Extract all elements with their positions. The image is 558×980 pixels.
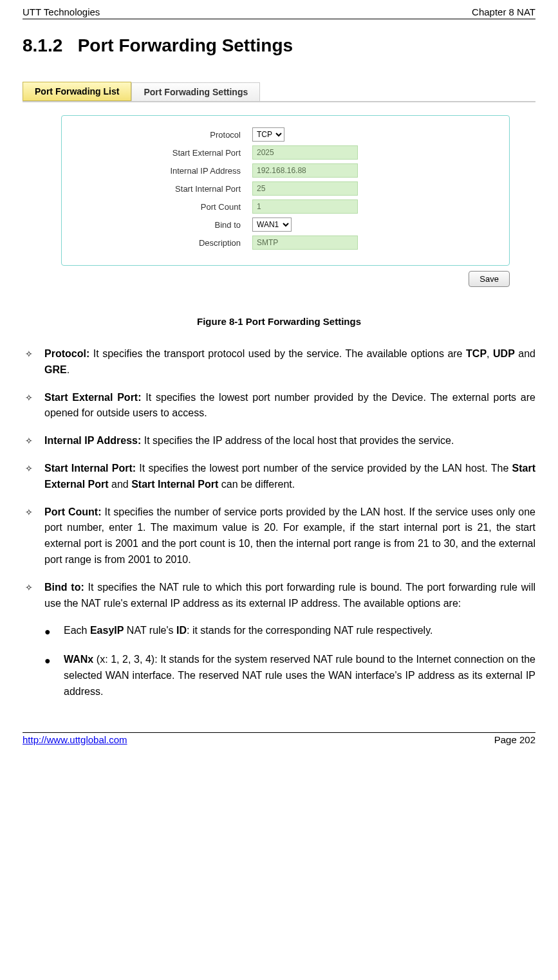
form-panel: Protocol TCP Start External Port Interna… [61,115,510,266]
label-port-count: Port Count [73,202,252,212]
diamond-icon: ✧ [23,504,44,568]
input-start-internal-port[interactable] [252,181,358,196]
diamond-icon: ✧ [23,390,44,422]
label-protocol: Protocol [73,130,252,140]
list-item: ✧ Port Count: It specifies the number of… [23,504,535,568]
diamond-icon: ✧ [23,433,44,449]
label-internal-ip: Internal IP Address [73,166,252,176]
input-start-external-port[interactable] [252,145,358,160]
list-item: ✧ Bind to: It specifies the NAT rule to … [23,580,535,612]
label-start-external-port: Start External Port [73,148,252,158]
page-footer: http://www.uttglobal.com Page 202 [23,732,535,745]
description-list: ✧ Protocol: It specifies the transport p… [23,346,535,700]
header-right: Chapter 8 NAT [472,6,535,17]
select-protocol[interactable]: TCP [252,127,284,142]
diamond-icon: ✧ [23,580,44,612]
list-item: ✧ Start Internal Port: It specifies the … [23,461,535,493]
tab-port-forwarding-settings[interactable]: Port Forwading Settings [131,82,260,101]
input-description[interactable] [252,236,358,250]
sub-list-item: ● WANx (x: 1, 2, 3, 4): It stands for th… [42,652,535,699]
list-item: ✧ Start External Port: It specifies the … [23,390,535,422]
bullet-icon: ● [42,652,64,699]
header-left: UTT Technologies [23,6,100,17]
tab-port-forwarding-list[interactable]: Port Forwading List [23,82,131,101]
bullet-icon: ● [42,623,64,640]
input-internal-ip[interactable] [252,163,358,178]
label-bind-to: Bind to [73,220,252,230]
label-start-internal-port: Start Internal Port [73,184,252,194]
list-item: ✧ Protocol: It specifies the transport p… [23,346,535,378]
select-bind-to[interactable]: WAN1 [252,217,292,232]
page-header: UTT Technologies Chapter 8 NAT [23,6,535,19]
diamond-icon: ✧ [23,461,44,493]
tabs-row: Port Forwading List Port Forwading Setti… [23,82,535,102]
save-button[interactable]: Save [469,271,510,287]
section-heading: 8.1.2 Port Forwarding Settings [23,35,535,56]
footer-url[interactable]: http://www.uttglobal.com [23,734,127,745]
diamond-icon: ✧ [23,346,44,378]
list-item: ✧ Internal IP Address: It specifies the … [23,433,535,449]
input-port-count[interactable] [252,199,358,214]
figure-caption: Figure 8-1 Port Forwarding Settings [23,316,535,327]
sub-list-item: ● Each EasyIP NAT rule's ID: it stands f… [42,623,535,640]
footer-page: Page 202 [494,734,535,745]
label-description: Description [73,238,252,248]
